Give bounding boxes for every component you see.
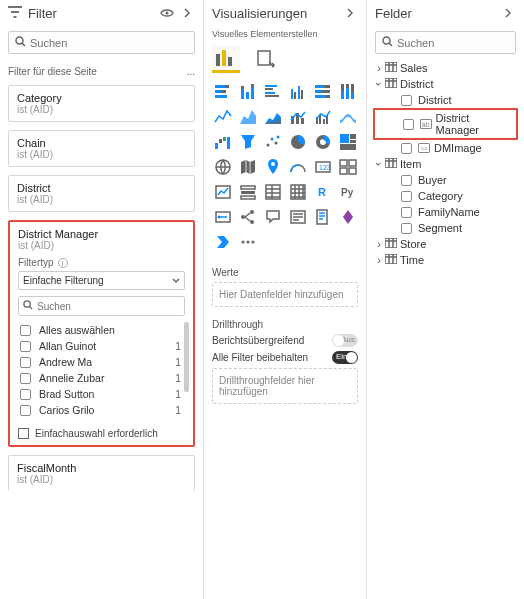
drillthrough-dropzone[interactable]: Drillthroughfelder hier hinzufügen [212,368,358,404]
toggle-cross-report[interactable]: Aus [332,334,358,347]
checkbox[interactable] [20,373,31,384]
eye-icon[interactable] [159,6,175,21]
stacked100-column-icon[interactable] [337,81,359,103]
filter-card-chain[interactable]: Chain ist (AID) [8,130,195,167]
checkbox[interactable] [20,341,31,352]
checkbox[interactable] [20,389,31,400]
table-time[interactable]: › Time [371,252,520,268]
stacked-column-icon[interactable] [237,81,259,103]
field-category[interactable]: Category [371,188,520,204]
donut-icon[interactable] [312,131,334,153]
qa-visual-icon[interactable] [262,206,284,228]
svg-rect-68 [241,186,255,189]
scrollbar[interactable] [184,322,189,392]
filter-value-row[interactable]: Carios Grilo1 [18,402,185,418]
line-clustered-combo-icon[interactable] [312,106,334,128]
build-visual-tab[interactable] [212,45,240,73]
checkbox[interactable] [401,95,412,106]
filter-value-row[interactable]: Allan Guinot1 [18,338,185,354]
matrix-icon[interactable] [287,181,309,203]
kpi-icon[interactable] [212,181,234,203]
map-icon[interactable] [212,156,234,178]
checkbox[interactable] [20,357,31,368]
filter-card-district-manager[interactable]: District Manager ist (AID) Filtertyp i E… [8,220,195,447]
field-buyer[interactable]: Buyer [371,172,520,188]
key-influencers-icon[interactable] [212,206,234,228]
python-visual-icon[interactable]: Py [337,181,359,203]
filter-value-row[interactable]: Andrew Ma1 [18,354,185,370]
collapse-icon[interactable] [179,6,195,21]
checkbox[interactable] [401,207,412,218]
info-icon[interactable]: i [58,258,68,268]
format-visual-tab[interactable] [252,45,280,73]
table-district[interactable]: › District [371,76,520,92]
table-sales[interactable]: › Sales [371,60,520,76]
pie-icon[interactable] [287,131,309,153]
line-stacked-combo-icon[interactable] [287,106,309,128]
filter-value-row[interactable]: Annelie Zubar1 [18,370,185,386]
filter-search[interactable] [8,31,195,54]
azure-map-icon[interactable] [262,156,284,178]
table-store[interactable]: › Store [371,236,520,252]
svg-rect-47 [227,137,230,149]
field-dmimage[interactable]: ▭ DMImage [371,140,520,156]
multi-card-icon[interactable] [337,156,359,178]
waterfall-icon[interactable] [212,131,234,153]
decomposition-tree-icon[interactable] [237,206,259,228]
r-visual-icon[interactable]: R [312,181,334,203]
powerapps-icon[interactable] [337,206,359,228]
field-segment[interactable]: Segment [371,220,520,236]
checkbox[interactable] [20,405,31,416]
filter-value-row[interactable]: Alles auswählen [18,322,185,338]
fields-pane: Felder › Sales › District [367,0,524,599]
table-item[interactable]: › Item [371,156,520,172]
table-icon[interactable] [262,181,284,203]
collapse-icon[interactable] [342,6,358,21]
funnel-icon[interactable] [237,131,259,153]
filter-search-input[interactable] [30,37,188,49]
field-district[interactable]: District [371,92,520,108]
slicer-icon[interactable] [237,181,259,203]
filter-value-search-input[interactable] [37,301,180,312]
checkbox[interactable] [20,325,31,336]
filled-map-icon[interactable] [237,156,259,178]
checkbox[interactable] [401,175,412,186]
filtertyp-dropdown[interactable]: Einfache Filterung [18,271,185,290]
checkbox[interactable] [401,143,412,154]
checkbox[interactable] [401,223,412,234]
line-chart-icon[interactable] [212,106,234,128]
smart-narrative-icon[interactable] [287,206,309,228]
power-automate-icon[interactable] [212,231,234,253]
single-select-row[interactable]: Einfachauswahl erforderlich [18,428,185,439]
ribbon-chart-icon[interactable] [337,106,359,128]
field-district-manager[interactable]: ab District Manager [375,110,516,138]
scatter-icon[interactable] [262,131,284,153]
treemap-icon[interactable] [337,131,359,153]
collapse-icon[interactable] [500,6,516,21]
stacked100-bar-icon[interactable] [312,81,334,103]
filter-value-row[interactable]: Brad Sutton1 [18,386,185,402]
filter-value-search[interactable] [18,296,185,316]
werte-dropzone[interactable]: Hier Datenfelder hinzufügen [212,282,358,307]
checkbox[interactable] [403,119,414,130]
gauge-icon[interactable] [287,156,309,178]
fields-search[interactable] [375,31,516,54]
stacked-bar-icon[interactable] [212,81,234,103]
clustered-bar-icon[interactable] [262,81,284,103]
filter-card-category[interactable]: Category ist (AID) [8,85,195,122]
filter-card-fiscalmonth[interactable]: FiscalMonth ist (AID) [8,455,195,491]
fields-search-input[interactable] [397,37,524,49]
more-visuals-icon[interactable] [237,231,259,253]
toggle-keep-filters[interactable]: Ein [332,351,358,364]
field-tree: › Sales › District District ab District … [367,58,524,270]
clustered-column-icon[interactable] [287,81,309,103]
checkbox[interactable] [401,191,412,202]
field-familyname[interactable]: FamilyName [371,204,520,220]
checkbox[interactable] [18,428,29,439]
stacked-area-icon[interactable] [262,106,284,128]
area-chart-icon[interactable] [237,106,259,128]
paginated-report-icon[interactable] [312,206,334,228]
more-icon[interactable]: ... [187,66,195,77]
card-icon[interactable]: 123 [312,156,334,178]
filter-card-district[interactable]: District ist (AID) [8,175,195,212]
